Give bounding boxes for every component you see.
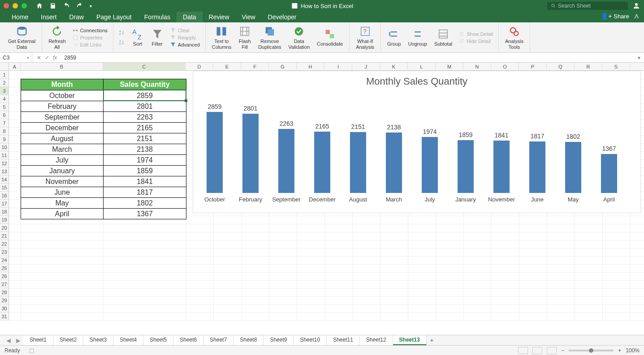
table-row[interactable]: February2801 [21,101,186,111]
zoom-slider[interactable] [569,350,614,351]
row-header-31[interactable]: 31 [0,312,9,321]
show-detail-button[interactable]: Show Detail [457,30,495,38]
row-header-20[interactable]: 20 [0,224,9,232]
cell-value[interactable]: 2138 [104,144,186,154]
sheet-nav-next-icon[interactable]: ▶ [13,337,23,344]
cell-value[interactable]: 1841 [104,176,186,187]
row-header-1[interactable]: 1 [0,71,9,79]
consolidate-button[interactable]: Consolidate [314,27,346,47]
expand-formula-icon[interactable]: ▾ [634,55,644,61]
table-row[interactable]: January1859 [21,165,186,176]
row-header-28[interactable]: 28 [0,288,9,296]
zoom-out-button[interactable]: − [561,347,564,354]
sheet-tab-sheet11[interactable]: Sheet11 [327,335,360,345]
tab-review[interactable]: Review [203,12,236,22]
connections-button[interactable]: Connections [70,27,109,34]
col-header-o[interactable]: O [491,63,519,70]
chart-bar[interactable] [207,112,223,193]
col-header-d[interactable]: D [186,63,213,70]
cell-value[interactable]: 2151 [104,133,186,144]
cell-value[interactable]: 1817 [104,187,186,197]
data-validation-button[interactable]: Data Validation [286,24,313,50]
table-row[interactable]: November1841 [21,176,186,187]
page-layout-view-button[interactable] [532,347,542,354]
maximize-window-button[interactable] [22,3,27,9]
close-window-button[interactable] [4,3,9,9]
enter-formula-icon[interactable]: ✓ [45,55,49,61]
table-row[interactable]: April1367 [21,208,186,219]
cell-month[interactable]: January [21,165,104,176]
chart-bar[interactable] [386,133,402,193]
cell-value[interactable]: 2859 [104,90,186,101]
row-header-5[interactable]: 5 [0,103,9,111]
undo-icon[interactable] [63,2,70,9]
col-header-l[interactable]: L [408,63,436,70]
cell-value[interactable]: 2263 [104,111,186,122]
col-header-g[interactable]: G [269,63,297,70]
col-header-p[interactable]: P [519,63,547,70]
text-to-columns-button[interactable]: Text to Columns [209,24,234,50]
clear-filter-button[interactable]: Clear [168,27,202,34]
cell-month[interactable]: September [21,111,104,122]
cell-month[interactable]: February [21,101,104,111]
col-header-b[interactable]: B [21,63,103,70]
page-break-view-button[interactable] [547,347,557,354]
tab-page-layout[interactable]: Page Layout [90,12,138,22]
sheet-tab-sheet2[interactable]: Sheet2 [53,335,83,345]
table-row[interactable]: March2138 [21,144,186,154]
home-icon[interactable] [36,2,43,9]
zoom-level[interactable]: 100% [626,347,640,354]
chart-bar[interactable] [422,137,438,193]
chart-bar[interactable] [278,129,294,193]
sheet-tab-sheet1[interactable]: Sheet1 [23,335,53,345]
cell-value[interactable]: 1802 [104,197,186,208]
row-header-2[interactable]: 2 [0,79,9,87]
chart-bar[interactable] [493,141,510,193]
sort-button[interactable]: AZSort [129,27,147,47]
formula-input[interactable]: 2859 [61,55,634,61]
col-header-i[interactable]: I [324,63,352,70]
row-header-7[interactable]: 7 [0,119,9,127]
sort-asc-button[interactable]: AZ [117,29,127,36]
col-header-c[interactable]: C [103,63,186,70]
chart-bar[interactable] [350,132,366,193]
tab-developer[interactable]: Developer [262,12,303,22]
row-header-23[interactable]: 23 [0,248,9,256]
table-row[interactable]: August2151 [21,133,186,144]
row-header-13[interactable]: 13 [0,167,9,175]
filter-button[interactable]: Filter [148,27,166,47]
col-header-r[interactable]: R [575,63,602,70]
row-header-21[interactable]: 21 [0,232,9,240]
col-header-j[interactable]: J [352,63,380,70]
normal-view-button[interactable] [518,347,528,354]
cell-month[interactable]: October [21,90,104,101]
analysis-tools-button[interactable]: Analysis Tools [502,24,526,50]
name-box[interactable]: C3▾ [0,53,32,62]
cell-month[interactable]: December [21,122,104,133]
row-header-9[interactable]: 9 [0,135,9,143]
cell-value[interactable]: 2801 [104,101,186,111]
row-header-30[interactable]: 30 [0,304,9,312]
table-header-sales[interactable]: Sales Quantity [104,79,186,90]
cell-value[interactable]: 1859 [104,165,186,176]
row-header-4[interactable]: 4 [0,95,9,103]
flash-fill-button[interactable]: Flash Fill [236,24,254,50]
sort-desc-button[interactable]: ZA [117,39,127,46]
cell-value[interactable]: 2165 [104,122,186,133]
col-header-s[interactable]: S [602,63,630,70]
col-header-q[interactable]: Q [547,63,575,70]
row-header-10[interactable]: 10 [0,143,9,151]
qat-dropdown-icon[interactable]: ▾ [90,4,92,9]
sheet-tab-sheet3[interactable]: Sheet3 [83,335,113,345]
remove-duplicates-button[interactable]: Remove Duplicates [255,24,284,50]
refresh-all-button[interactable]: Refresh All [46,24,69,50]
sheet-tab-sheet9[interactable]: Sheet9 [264,335,294,345]
row-header-6[interactable]: 6 [0,111,9,119]
sheet-tab-sheet7[interactable]: Sheet7 [203,335,233,345]
cancel-formula-icon[interactable]: ✕ [37,55,41,61]
tab-home[interactable]: Home [5,12,35,22]
row-header-15[interactable]: 15 [0,184,9,192]
minimize-window-button[interactable] [13,3,18,9]
select-all-corner[interactable] [0,63,9,70]
chart-bar[interactable] [601,154,617,193]
